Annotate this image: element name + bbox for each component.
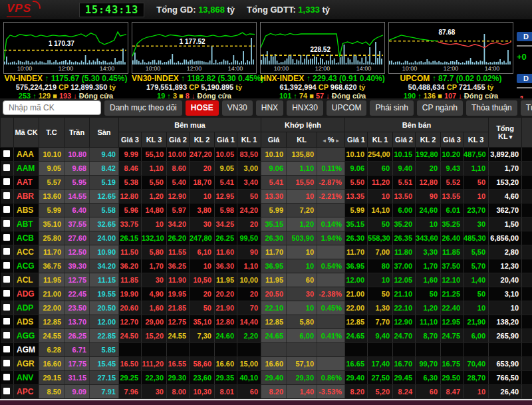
sell-cell: 10 <box>368 190 393 203</box>
vps-logo: VPS <box>7 2 41 17</box>
buy-cell: 26.20 <box>167 231 190 245</box>
tab-upcom[interactable]: UPCOM <box>327 100 367 116</box>
tab-thỏa-thuận[interactable]: Thỏa thuận <box>466 100 517 116</box>
sell-cell: 1,10 <box>464 162 489 176</box>
tab-danh-mục-theo-dõi[interactable]: Danh mục theo dõi <box>104 100 182 116</box>
table-row[interactable]: AAT5.575.955.195.385,505.4018,705.413,40… <box>1 176 532 190</box>
table-row[interactable]: ACG36.7539.3034.2036.201,7036.251036.301… <box>1 259 532 273</box>
row-checkbox[interactable] <box>3 234 10 241</box>
sell-cell: 35.25 <box>441 217 464 231</box>
table-row[interactable]: ABR13.6014.5512.6512.801,2012.901012.955… <box>1 190 532 203</box>
row-checkbox[interactable] <box>3 360 10 366</box>
table-row[interactable]: ADG21.0022.4519.5519.904,9019.952020.202… <box>1 287 532 301</box>
world-index-button[interactable]: D <box>517 32 532 41</box>
match-cell: 0.54% <box>317 259 345 273</box>
header-ma-ck[interactable]: Mã CK <box>14 118 39 148</box>
row-checkbox[interactable] <box>3 388 10 394</box>
stock-code-input[interactable] <box>3 100 101 115</box>
match-cell: 10 <box>287 245 317 259</box>
row-checkbox[interactable] <box>3 248 10 255</box>
total-volume-cell: 265,90 <box>489 329 522 343</box>
table-row[interactable]: ACC11.7012.5010.9011.505,8011.556,1011.6… <box>1 245 532 259</box>
row-checkbox[interactable] <box>3 150 10 157</box>
page-right-icon[interactable]: ▸ <box>334 138 340 144</box>
match-cell: 10 <box>287 190 317 203</box>
table-row[interactable]: ACB25.8027.6024.0026.15132,1026.20247,80… <box>1 231 532 245</box>
ceiling-price-cell: 39.30 <box>65 259 90 273</box>
total-gdtt-unit: tỷ <box>323 5 331 15</box>
sell-cell: 60 <box>416 385 441 399</box>
up-arrow-icon: ↑ <box>181 74 187 83</box>
row-checkbox[interactable] <box>3 332 10 338</box>
sort-desc-icon[interactable]: ▾ <box>508 134 513 140</box>
tab-hose[interactable]: HOSE <box>186 100 219 116</box>
total-volume-cell: 766,50 <box>489 371 522 385</box>
index-panel-upcom[interactable]: 87.68 10:0012:0014:00 UPCOM ↑ 87.7 (0.02… <box>388 22 513 98</box>
row-checkbox[interactable] <box>3 290 10 297</box>
time-axis: 10:0012:0014:00 <box>132 65 256 72</box>
header-san[interactable]: Sàn <box>90 118 119 148</box>
ceiling-price-cell: 9.09 <box>65 385 90 399</box>
match-cell: 0.41% <box>317 329 345 343</box>
row-checkbox[interactable] <box>3 346 10 352</box>
index-panel-vn-index[interactable]: 1 170.37 10:0012:0014:00 VN-INDEX ↑ 1175… <box>3 22 128 98</box>
tab-hnx30[interactable]: HNX30 <box>287 100 323 116</box>
tab-hnx[interactable]: HNX <box>256 100 283 116</box>
table-row[interactable]: AAA10.1010.809.409.9955,1010.00247,2010.… <box>1 148 532 162</box>
buy-cell: 1,10 <box>142 162 167 176</box>
row-checkbox[interactable] <box>3 276 10 283</box>
floor-price-cell: 19.55 <box>90 287 119 301</box>
table-row[interactable]: ABS5.996.405.585.9614,805.973,805.9824,2… <box>1 203 532 217</box>
ceiling-price-cell: 31.15 <box>65 371 90 385</box>
match-cell: 35.15 <box>261 217 287 231</box>
row-checkbox[interactable] <box>3 262 10 269</box>
divider <box>517 45 532 47</box>
row-checkbox[interactable] <box>3 374 10 380</box>
table-row[interactable]: APC8.509.097.917.96308.0010,308.01608.20… <box>1 385 532 399</box>
index-panel-vn30-index[interactable]: 1 177.52 10:0012:0014:00 VN30-INDEX ↑ 11… <box>132 22 257 98</box>
table-row[interactable]: ANV29.1531.1527.1529.2522,3029.3023,6029… <box>1 371 532 385</box>
tab-tự-doanh[interactable]: Tự doanh <box>521 100 532 116</box>
page-left-icon[interactable]: ◂ <box>321 138 328 144</box>
sell-cell: 5.50 <box>345 176 368 190</box>
row-checkbox[interactable] <box>3 304 10 311</box>
table-row[interactable]: ADP22.0023.5020.5020.601,6021.855021.907… <box>1 301 532 315</box>
buy-cell: 11.60 <box>215 245 237 259</box>
floor-price-cell: 12.00 <box>90 315 119 329</box>
row-checkbox[interactable] <box>3 206 10 213</box>
buy-cell: 19.90 <box>119 287 142 301</box>
row-checkbox[interactable] <box>3 192 10 199</box>
row-checkbox[interactable] <box>3 220 10 227</box>
match-cell: 10.10 <box>261 148 287 162</box>
buy-cell: 21.85 <box>167 301 190 315</box>
ticker-symbol: ACG <box>14 259 39 273</box>
table-row[interactable]: AGR16.6017.7515.4516.50111,2016.5558,601… <box>1 357 532 371</box>
table-row[interactable]: ABT35.1037.5532.6533.751034.203034.25203… <box>1 217 532 231</box>
header-tran[interactable]: Trần <box>65 118 90 148</box>
table-row[interactable]: ADS12.8513.7012.0012.7029,0012.7535,1012… <box>1 315 532 329</box>
table-row[interactable]: AAM9.059.688.428.461,108.60209.053,009.0… <box>1 162 532 176</box>
sell-cell: 90 <box>416 190 441 203</box>
unchanged-count: 3 ■ <box>173 92 184 100</box>
table-row[interactable]: AGM6.286.715.85 <box>1 343 532 357</box>
world-index-button[interactable]: D <box>517 74 532 83</box>
row-checkbox[interactable] <box>3 164 10 171</box>
total-volume-cell: 1,50 <box>489 217 522 231</box>
time-axis-tick: 12:00 <box>187 65 202 72</box>
row-checkbox[interactable] <box>3 318 10 325</box>
tab-vn30[interactable]: VN30 <box>222 100 253 116</box>
tab-cp-ngành[interactable]: CP ngành <box>417 100 463 116</box>
table-row[interactable]: AGG24.5526.2522.8524.5015,2024.557,3024.… <box>1 329 532 343</box>
table-row[interactable]: ACL11.9512.7511.1511.853011.9010,5011.95… <box>1 273 532 287</box>
index-panel-hnx-index[interactable]: 228.52 10:0012:0014:00 HNX-INDEX ↑ 229.4… <box>260 22 385 98</box>
floor-price-cell: 12.65 <box>90 190 119 203</box>
sell-cell: 12.95 <box>441 315 464 329</box>
tab-phái-sinh[interactable]: Phái sinh <box>370 100 413 116</box>
match-cell: 30 <box>287 287 317 301</box>
ceiling-price-cell: 6.71 <box>65 343 90 357</box>
row-checkbox[interactable] <box>3 178 10 185</box>
sell-cell: 12.85 <box>345 315 368 329</box>
header-tc[interactable]: T.C <box>39 118 65 148</box>
header-tong-kl[interactable]: Tổng KL▾ <box>489 118 522 148</box>
sell-cell: 6,00 <box>464 329 489 343</box>
